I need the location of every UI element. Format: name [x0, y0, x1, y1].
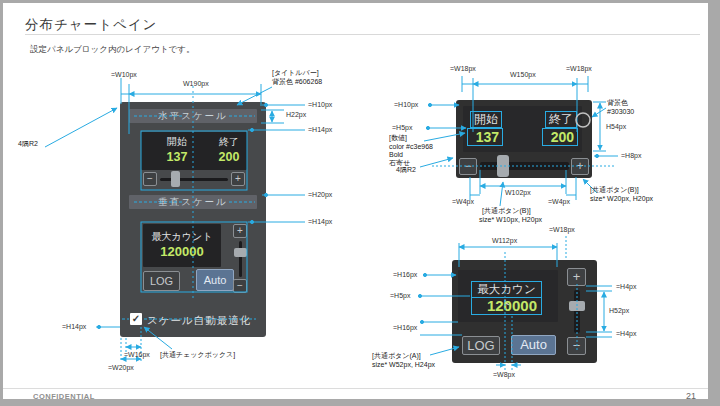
end-label: 終了: [209, 135, 249, 149]
max-label-annotation-box: 最大カウント: [471, 281, 542, 298]
start-label: 開始: [471, 112, 501, 127]
vscale-slider-handle[interactable]: [234, 248, 247, 257]
detail-slider-handle[interactable]: [497, 155, 509, 177]
footer-divider: [3, 388, 708, 389]
hscale-plus-button[interactable]: +: [231, 172, 245, 186]
note-btnb-center-2: size* W10px, H20px: [479, 216, 542, 224]
detail-vslider-track[interactable]: [574, 290, 580, 333]
note-bg-value: #303030: [607, 108, 634, 116]
auto-button[interactable]: Auto: [196, 269, 234, 291]
auto-button-detail[interactable]: Auto: [511, 335, 556, 355]
dim-h20: =H20px: [308, 191, 332, 199]
dim-h5-detail: =H5px: [392, 124, 412, 132]
dim-h54: H54px: [606, 123, 626, 131]
hscale-detail-mockup: 開始 137 終了 200 − +: [456, 100, 592, 178]
title-divider: [25, 34, 700, 35]
note-btnb-right-2: size* W20px, H20px: [590, 195, 653, 203]
note-titlebar: [タイトルバー]: [272, 69, 319, 77]
vscale-detail-mockup: 最大カウント 120000 LOG Auto + −: [452, 260, 597, 363]
end-value-annotation-box: 200: [542, 128, 578, 146]
dim-h10-detail: =H10px: [394, 101, 418, 109]
note-value-bold: Bold: [389, 151, 403, 159]
end-value: 200: [543, 129, 577, 145]
dim-w190: W190px: [183, 80, 209, 88]
dim-w16: =W16px: [124, 351, 150, 359]
note-value: [数値]: [389, 134, 407, 142]
max-count-value: 120000: [143, 244, 221, 259]
settings-panel-mockup: 水平スケール 開始 137 終了 200 − + 垂直スケール 最大カウント 1…: [120, 102, 266, 337]
dim-h22: H22px: [286, 111, 306, 119]
spec-slide: { "page": { "title": "分布チャートペイン", "subti…: [0, 0, 720, 406]
dim-w18-right: =W18px: [566, 65, 592, 73]
dim-h14-bottom: =H14px: [62, 323, 86, 331]
log-button[interactable]: LOG: [143, 271, 180, 291]
start-value: 137: [157, 150, 197, 164]
dim-w4-left: =W4px: [452, 198, 474, 206]
start-label: 開始: [157, 135, 197, 149]
detail-vslider-handle[interactable]: [569, 301, 585, 311]
hscale-slider-handle[interactable]: [171, 171, 180, 187]
detail-slider-track[interactable]: [480, 162, 569, 170]
vscale-plus-button[interactable]: +: [233, 224, 247, 238]
dim-w150: W150px: [510, 71, 536, 79]
dim-w4-right: =W4px: [548, 198, 570, 206]
dim-h4-top: =H4px: [616, 283, 636, 291]
dim-w20: =W20px: [108, 364, 134, 372]
note-btnb-center-1: [共通ボタン(B)]: [482, 207, 531, 215]
detail-plus-button[interactable]: +: [571, 158, 589, 175]
auto-optimize-checkbox[interactable]: ✓: [130, 313, 142, 325]
detail-vminus-button[interactable]: −: [567, 337, 586, 355]
note-bg-label: 背景色: [607, 99, 628, 107]
dim-h10-left: =H10px: [308, 101, 332, 109]
dim-h16-bottom: =H16px: [393, 324, 417, 332]
dim-h14-mid: =H14px: [308, 218, 332, 226]
dim-h5-vdetail: =H5px: [390, 292, 410, 300]
note-corner-r2-detail: 4隅R2: [396, 166, 416, 174]
note-corner-r2-left: 4隅R2: [18, 140, 38, 148]
dim-h52: H52px: [609, 307, 629, 315]
vscale-minus-button[interactable]: −: [233, 279, 247, 293]
max-count-label: 最大カウント: [143, 230, 221, 244]
end-label: 終了: [546, 112, 576, 127]
dim-h16-top: =H16px: [393, 271, 417, 279]
note-btna-2: size* W52px, H24px: [372, 361, 435, 369]
log-button-detail[interactable]: LOG: [462, 336, 500, 355]
vertical-scale-titlebar: 垂直スケール: [129, 195, 257, 209]
dim-w18-left: =W18px: [450, 65, 476, 73]
dim-h8: =H8px: [621, 152, 641, 160]
max-value-annotation-box: 120000: [471, 297, 542, 315]
note-btna-1: [共通ボタン(A)]: [372, 352, 421, 360]
dim-w112: W112px: [492, 237, 517, 245]
start-value-annotation-box: 137: [467, 128, 503, 146]
confidential-label: CONFIDENTIAL: [33, 392, 95, 401]
dim-w10: =W10px: [111, 71, 137, 79]
dim-h4-bottom: =H4px: [616, 330, 636, 338]
dim-w8: =W8px: [493, 371, 515, 379]
end-value: 200: [209, 150, 249, 164]
page-number: 21: [686, 391, 696, 401]
note-btnb-right-1: [共通ボタン(B)]: [590, 186, 639, 194]
hscale-value-box: 開始 137 終了 200: [141, 132, 247, 170]
page-title: 分布チャートペイン: [25, 16, 157, 34]
start-value: 137: [468, 129, 502, 145]
vscale-value-box: 最大カウント 120000: [143, 224, 221, 267]
dim-w18-vdetail: =W18px: [549, 226, 575, 234]
vscale-slider-track[interactable]: [239, 241, 242, 277]
note-value-color: color #c3e968: [389, 143, 433, 151]
dim-h14-top: =H14px: [308, 126, 332, 134]
hscale-minus-button[interactable]: −: [143, 172, 157, 186]
auto-optimize-label: スケール自動最適化: [147, 314, 251, 328]
dim-w102: W102px: [505, 189, 531, 197]
page-subtitle: 設定パネルブロック内のレイアウトです。: [30, 44, 195, 56]
note-common-checkbox: [共通チェックボックス]: [160, 351, 235, 359]
end-label-annotation-box: 終了: [545, 111, 577, 128]
max-count-value: 120000: [472, 298, 541, 314]
detail-vplus-button[interactable]: +: [567, 268, 586, 286]
start-label-annotation-box: 開始: [470, 111, 502, 128]
detail-minus-button[interactable]: −: [459, 158, 477, 175]
note-titlebar-color: 背景色 #606268: [272, 78, 322, 86]
horizontal-scale-titlebar: 水平スケール: [129, 109, 257, 123]
